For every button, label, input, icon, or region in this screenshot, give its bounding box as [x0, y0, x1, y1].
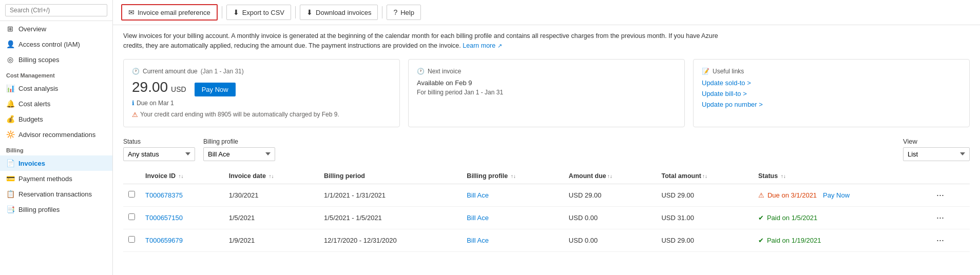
sidebar-item-billing-profiles[interactable]: 📑Billing profiles — [0, 202, 112, 217]
download-icon: ⬇ — [233, 8, 239, 16]
next-invoice-card: 🕐 Next invoice Available on Feb 9 For bi… — [408, 59, 685, 127]
sort-icon-total-amount[interactable]: ↑↓ — [702, 173, 707, 179]
useful-link[interactable]: Update sold-to > — [702, 79, 961, 87]
nav-icon-access-control: 👤 — [6, 40, 14, 48]
search-input[interactable] — [5, 4, 107, 16]
useful-links-list: Update sold-to >Update bill-to >Update p… — [702, 79, 961, 108]
sidebar-item-label-advisor: Advisor recommendations — [18, 131, 95, 139]
table-header: Invoice ID ↑↓ Invoice date ↑↓ Billing pe… — [123, 168, 970, 184]
row-checkbox-1[interactable] — [123, 206, 140, 229]
filters-row: Status Any statusDuePaidPast due Billing… — [123, 138, 970, 161]
billing-profile-filter-select[interactable]: Bill Ace — [203, 147, 275, 161]
row-checkbox-2[interactable] — [123, 229, 140, 251]
download-invoices-button[interactable]: ⬇ Download invoices — [300, 5, 378, 20]
col-invoice-id: Invoice ID ↑↓ — [140, 168, 224, 184]
envelope-icon: ✉ — [128, 8, 134, 16]
more-options-button-0[interactable]: ··· — [933, 189, 947, 202]
sidebar-item-advisor[interactable]: 🔆Advisor recommendations — [0, 127, 112, 142]
cell-total-amount-2: USD 29.00 — [656, 229, 753, 251]
status-filter-select[interactable]: Any statusDuePaidPast due — [123, 147, 195, 161]
pay-now-link-0[interactable]: Pay Now — [823, 191, 850, 199]
sidebar-item-budgets[interactable]: 💰Budgets — [0, 111, 112, 127]
cell-billing-profile-0: Bill Ace — [462, 184, 564, 206]
checkbox-0[interactable] — [128, 191, 135, 198]
cell-more-0: ··· — [928, 184, 970, 206]
next-invoice-title: 🕐 Next invoice — [417, 68, 676, 75]
pay-now-button[interactable]: Pay Now — [195, 83, 236, 96]
sidebar-item-payment-methods[interactable]: 💳Payment methods — [0, 171, 112, 186]
billing-profile-link-2[interactable]: Bill Ace — [467, 237, 489, 244]
status-text-1: Paid on 1/5/2021 — [767, 214, 817, 222]
nav-icon-cost-analysis: 📊 — [6, 84, 14, 92]
download-invoices-label: Download invoices — [316, 9, 371, 16]
table-row: T000659679 1/9/2021 12/17/2020 - 12/31/2… — [123, 229, 970, 251]
cell-billing-period-1: 1/5/2021 - 1/5/2021 — [319, 206, 462, 229]
billing-profile-link-0[interactable]: Bill Ace — [467, 191, 489, 199]
export-csv-label: Export to CSV — [242, 9, 284, 16]
checkbox-2[interactable] — [128, 236, 135, 243]
useful-link[interactable]: Update bill-to > — [702, 90, 961, 97]
col-total-amount: Total amount↑↓ — [656, 168, 753, 184]
learn-more-link[interactable]: Learn more — [463, 42, 495, 49]
useful-link[interactable]: Update po number > — [702, 101, 961, 108]
more-options-button-2[interactable]: ··· — [933, 234, 947, 247]
cards-row: 🕐 Current amount due (Jan 1 - Jan 31) 29… — [123, 59, 970, 127]
status-filter-group: Status Any statusDuePaidPast due — [123, 138, 195, 161]
sidebar-item-overview[interactable]: ⊞Overview — [0, 21, 112, 36]
sidebar-item-cost-analysis[interactable]: 📊Cost analysis — [0, 81, 112, 96]
sidebar-item-invoices[interactable]: 📄Invoices — [0, 155, 112, 171]
sort-icon-amount-due[interactable]: ↑↓ — [607, 173, 612, 179]
nav-icon-reservation-transactions: 📋 — [6, 190, 14, 198]
toolbar-divider-1 — [222, 6, 222, 18]
status-check-icon: ✔ — [758, 214, 764, 222]
card-warning: ⚠ Your credit card ending with 8905 will… — [132, 111, 391, 119]
view-filter-group: View ListGrid — [903, 138, 970, 161]
view-select[interactable]: ListGrid — [903, 147, 970, 161]
sidebar-item-label-billing-profiles: Billing profiles — [18, 206, 60, 213]
sidebar: ⊞Overview👤Access control (IAM)◎Billing s… — [0, 0, 113, 275]
nav-icon-advisor: 🔆 — [6, 130, 14, 139]
sort-icon-invoice-id[interactable]: ↑↓ — [179, 173, 184, 179]
cell-invoice-date-2: 1/9/2021 — [224, 229, 319, 251]
nav-icon-budgets: 💰 — [6, 115, 14, 123]
cell-total-amount-0: USD 29.00 — [656, 184, 753, 206]
invoice-email-preference-button[interactable]: ✉ Invoice email preference — [121, 4, 218, 21]
cell-amount-due-2: USD 0.00 — [564, 229, 657, 251]
info-text: View invoices for your billing account. … — [123, 31, 739, 51]
cell-invoice-id-2: T000659679 — [140, 229, 224, 251]
sort-icon-billing-profile[interactable]: ↑↓ — [511, 173, 516, 179]
help-icon: ? — [393, 8, 397, 16]
sidebar-item-cost-alerts[interactable]: 🔔Cost alerts — [0, 96, 112, 111]
current-amount-value: 29.00 USD Pay Now — [132, 79, 391, 96]
billing-profile-filter-label: Billing profile — [203, 138, 275, 145]
cell-more-2: ··· — [928, 229, 970, 251]
nav-icon-overview: ⊞ — [6, 25, 14, 33]
download2-icon: ⬇ — [306, 8, 313, 16]
nav-icon-invoices: 📄 — [6, 159, 14, 167]
invoice-email-label: Invoice email preference — [138, 9, 210, 16]
sidebar-item-label-access-control: Access control (IAM) — [18, 41, 80, 48]
help-button[interactable]: ? Help — [387, 5, 421, 20]
cell-amount-due-0: USD 29.00 — [564, 184, 657, 206]
next-invoice-icon: 🕐 — [417, 68, 425, 75]
billing-profile-link-1[interactable]: Bill Ace — [467, 214, 489, 222]
export-csv-button[interactable]: ⬇ Export to CSV — [226, 5, 291, 20]
col-invoice-date: Invoice date ↑↓ — [224, 168, 319, 184]
invoice-id-link-1[interactable]: T000657150 — [145, 214, 183, 222]
sidebar-item-access-control[interactable]: 👤Access control (IAM) — [0, 36, 112, 52]
status-filter-label: Status — [123, 138, 195, 145]
invoice-id-link-0[interactable]: T000678375 — [145, 191, 183, 199]
cell-invoice-date-0: 1/30/2021 — [224, 184, 319, 206]
sidebar-item-reservation-transactions[interactable]: 📋Reservation transactions — [0, 186, 112, 202]
sort-icon-invoice-date[interactable]: ↑↓ — [268, 173, 274, 179]
invoice-id-link-2[interactable]: T000659679 — [145, 237, 183, 244]
more-options-button-1[interactable]: ··· — [933, 211, 947, 224]
sort-icon-status[interactable]: ↑↓ — [781, 173, 786, 179]
sidebar-search-container — [0, 0, 112, 21]
sidebar-item-billing-scopes[interactable]: ◎Billing scopes — [0, 52, 112, 67]
content-area: View invoices for your billing account. … — [113, 25, 980, 275]
table-row: T000678375 1/30/2021 1/1/2021 - 1/31/202… — [123, 184, 970, 206]
row-checkbox-0[interactable] — [123, 184, 140, 206]
checkbox-1[interactable] — [128, 213, 135, 220]
nav-icon-payment-methods: 💳 — [6, 174, 14, 183]
